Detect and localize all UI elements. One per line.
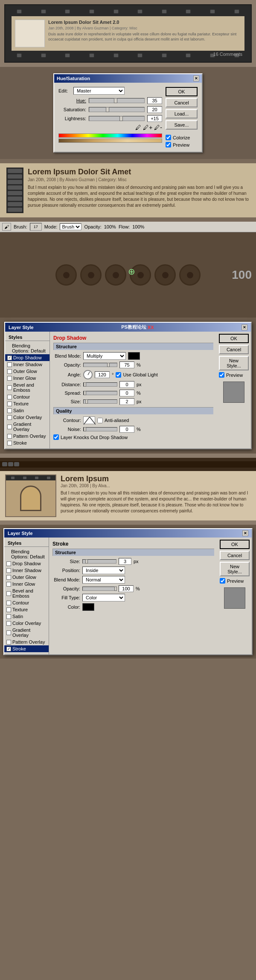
saturation-value-input[interactable]: 20 bbox=[147, 106, 162, 113]
blend-mode-color-swatch[interactable] bbox=[128, 352, 140, 360]
blend-mode-select[interactable]: Multiply bbox=[83, 352, 126, 360]
cancel-button[interactable]: Cancel bbox=[166, 98, 198, 107]
eyedropper-subtract-icon[interactable]: 🖊- bbox=[154, 124, 162, 131]
ls-new-style-button[interactable]: New Style... bbox=[219, 356, 249, 370]
stroke-bevel-emboss-item[interactable]: Bevel and Emboss bbox=[4, 587, 49, 599]
hue-slider[interactable] bbox=[89, 98, 145, 103]
layer-knocks-checkbox[interactable] bbox=[53, 434, 59, 440]
stroke-contour-item[interactable]: Contour bbox=[4, 599, 49, 606]
stroke-size-slider-thumb[interactable] bbox=[85, 559, 88, 564]
colorize-checkbox[interactable] bbox=[166, 135, 171, 140]
lightness-slider[interactable] bbox=[89, 116, 145, 121]
gradient-overlay-item[interactable]: Gradient Overlay bbox=[5, 421, 49, 433]
stroke-stroke-item[interactable]: Stroke bbox=[4, 645, 49, 652]
stroke-pattern-overlay-cb[interactable] bbox=[6, 640, 11, 645]
gradient-overlay-checkbox[interactable] bbox=[7, 425, 12, 429]
texture-item[interactable]: Texture bbox=[5, 400, 49, 407]
opacity-value-input[interactable] bbox=[119, 361, 134, 368]
dialog-close-button[interactable]: ✕ bbox=[193, 75, 199, 81]
size-slider[interactable] bbox=[83, 399, 117, 404]
stroke-sidebar-item[interactable]: Stroke bbox=[5, 439, 49, 446]
color-overlay-item[interactable]: Color Overlay bbox=[5, 414, 49, 421]
bevel-emboss-item[interactable]: Bevel and Emboss bbox=[5, 382, 49, 393]
stroke-opacity-input[interactable] bbox=[119, 585, 134, 592]
stroke-outer-glow-cb[interactable] bbox=[6, 575, 11, 580]
satin-item[interactable]: Satin bbox=[5, 407, 49, 414]
eyedropper-icon[interactable]: 🖊 bbox=[135, 124, 141, 131]
save-button[interactable]: Save... bbox=[166, 120, 198, 130]
size-value-input[interactable] bbox=[119, 398, 134, 405]
blending-options-item[interactable]: Blending Options: Default bbox=[5, 342, 49, 354]
brush-tool-button[interactable]: 🖌 bbox=[2, 223, 11, 231]
satin-checkbox[interactable] bbox=[7, 408, 12, 413]
distance-slider-thumb[interactable] bbox=[84, 382, 86, 387]
brush-selector[interactable]: 17 bbox=[30, 223, 42, 231]
stroke-color-overlay-item[interactable]: Color Overlay bbox=[4, 620, 49, 627]
noise-slider[interactable] bbox=[83, 427, 117, 431]
spread-slider-thumb[interactable] bbox=[84, 391, 86, 395]
stroke-size-slider[interactable] bbox=[82, 559, 116, 564]
load-button[interactable]: Load... bbox=[166, 109, 198, 119]
hue-slider-thumb[interactable] bbox=[114, 98, 117, 103]
stroke-color-swatch[interactable] bbox=[82, 603, 94, 611]
stroke-contour-cb[interactable] bbox=[6, 601, 11, 605]
inner-glow-item[interactable]: Inner Glow bbox=[5, 375, 49, 382]
ls-ok-button[interactable]: OK bbox=[219, 334, 249, 343]
stroke-preview-checkbox[interactable] bbox=[220, 578, 225, 584]
stroke-stroke-cb[interactable] bbox=[6, 647, 11, 651]
lightness-slider-thumb[interactable] bbox=[119, 116, 123, 121]
noise-value-input[interactable] bbox=[119, 426, 134, 433]
bevel-emboss-checkbox[interactable] bbox=[7, 385, 12, 390]
stroke-bevel-emboss-cb[interactable] bbox=[6, 591, 11, 596]
stroke-opacity-slider-thumb[interactable] bbox=[114, 587, 117, 591]
stroke-inner-glow-cb[interactable] bbox=[6, 582, 11, 587]
hue-value-input[interactable]: 35 bbox=[147, 97, 162, 104]
anti-aliased-checkbox[interactable] bbox=[97, 418, 103, 423]
color-overlay-checkbox[interactable] bbox=[7, 415, 12, 420]
layer-style-close-button[interactable]: ✕ bbox=[241, 324, 247, 330]
stroke-ok-button[interactable]: OK bbox=[220, 540, 250, 549]
stroke-cancel-button[interactable]: Cancel bbox=[220, 551, 250, 560]
spread-slider[interactable] bbox=[83, 391, 117, 395]
stroke-new-style-button[interactable]: New Style... bbox=[220, 562, 250, 576]
stroke-drop-shadow-item[interactable]: Drop Shadow bbox=[4, 560, 49, 567]
stroke-blending-options[interactable]: Blending Options: Default bbox=[4, 548, 49, 560]
ls-cancel-button[interactable]: Cancel bbox=[219, 345, 249, 354]
stroke-opacity-slider[interactable] bbox=[82, 587, 116, 591]
distance-slider[interactable] bbox=[83, 382, 117, 387]
stroke-blend-mode-select[interactable]: Normal bbox=[82, 576, 125, 584]
contour-thumbnail[interactable] bbox=[83, 416, 95, 424]
spread-value-input[interactable] bbox=[119, 390, 134, 396]
distance-value-input[interactable] bbox=[119, 381, 134, 388]
stroke-outer-glow-item[interactable]: Outer Glow bbox=[4, 574, 49, 581]
stroke-texture-cb[interactable] bbox=[6, 607, 11, 612]
stroke-inner-glow-item[interactable]: Inner Glow bbox=[4, 581, 49, 587]
angle-dial[interactable] bbox=[83, 370, 93, 379]
stroke-pattern-overlay-item[interactable]: Pattern Overlay bbox=[4, 639, 49, 645]
contour-sidebar-item[interactable]: Contour bbox=[5, 393, 49, 400]
stroke-gradient-overlay-item[interactable]: Gradient Overlay bbox=[4, 627, 49, 639]
brush-mode-select[interactable]: Brush bbox=[60, 223, 81, 230]
size-slider-thumb[interactable] bbox=[85, 399, 88, 404]
saturation-slider-thumb[interactable] bbox=[106, 107, 109, 112]
stroke-satin-item[interactable]: Satin bbox=[4, 613, 49, 620]
eyedropper-add-icon[interactable]: 🖊+ bbox=[143, 124, 152, 131]
preview-checkbox[interactable] bbox=[166, 142, 171, 147]
lightness-value-input[interactable]: +15 bbox=[147, 115, 162, 122]
drop-shadow-sidebar-item[interactable]: Drop Shadow bbox=[5, 354, 49, 361]
stroke-inner-shadow-item[interactable]: Inner Shadow bbox=[4, 567, 49, 574]
angle-value-input[interactable] bbox=[95, 371, 110, 378]
stroke-satin-cb[interactable] bbox=[6, 614, 11, 619]
use-global-light-checkbox[interactable] bbox=[116, 372, 121, 378]
inner-glow-checkbox[interactable] bbox=[7, 376, 12, 381]
outer-glow-checkbox[interactable] bbox=[7, 369, 12, 374]
stroke-gradient-overlay-cb[interactable] bbox=[6, 630, 11, 635]
noise-slider-thumb[interactable] bbox=[84, 427, 86, 431]
stroke-texture-item[interactable]: Texture bbox=[4, 606, 49, 613]
edit-select[interactable]: Master bbox=[73, 87, 125, 95]
stroke-size-input[interactable] bbox=[119, 558, 131, 565]
layer-style-stroke-close[interactable]: ✕ bbox=[242, 530, 248, 536]
stroke-drop-shadow-cb[interactable] bbox=[6, 561, 11, 566]
stroke-color-overlay-cb[interactable] bbox=[6, 621, 11, 626]
drop-shadow-checkbox[interactable] bbox=[7, 356, 12, 360]
